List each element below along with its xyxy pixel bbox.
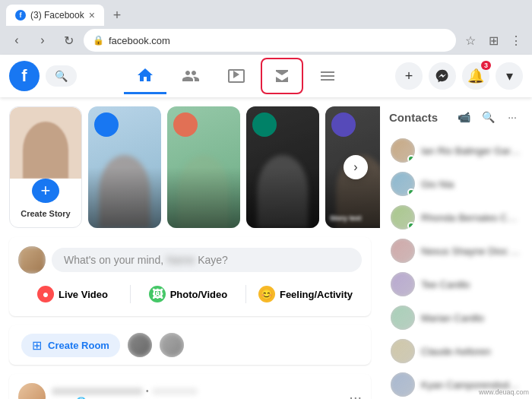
notifications-button[interactable]: 🔔 3: [462, 62, 489, 90]
divider-2: [245, 285, 246, 303]
contact-item-3[interactable]: Rhonda Bernales Canillo: [386, 201, 526, 234]
contacts-more-icon[interactable]: ···: [502, 106, 523, 128]
create-room-icon: ⊞: [32, 338, 42, 353]
post-actions: ● Live Video 🖼 Photo/Video 😊 Feeling/Act…: [18, 281, 362, 307]
nav-friends[interactable]: [169, 58, 212, 94]
contact-name-7: Claude Aelloren: [421, 346, 491, 357]
create-room-button[interactable]: ⊞ Create Room: [21, 334, 120, 357]
feeling-button[interactable]: 😊 Feeling/Activity: [249, 281, 362, 307]
create-story-label: Create Story: [21, 209, 70, 218]
address-bar[interactable]: 🔒 facebook.com: [84, 29, 456, 52]
contact-name-5: Tee Canillo: [421, 279, 470, 290]
contact-item-7[interactable]: Claude Aelloren: [386, 334, 526, 368]
back-button[interactable]: ‹: [6, 30, 27, 51]
contact-avatar-1: [391, 138, 415, 163]
contact-name-2: Gio Nia: [421, 179, 454, 190]
story-overlay-3: [246, 167, 319, 228]
user-avatar: [18, 246, 46, 274]
main-feed: + Create Story: [0, 97, 380, 399]
messenger-button[interactable]: [429, 62, 456, 90]
divider-1: [130, 285, 131, 303]
browser-controls: ‹ › ↻ 🔒 facebook.com ☆ ⊞ ⋮: [0, 26, 532, 55]
forward-button[interactable]: ›: [32, 30, 53, 51]
live-video-label: Live Video: [59, 289, 108, 300]
search-bar[interactable]: 🔍: [46, 65, 77, 87]
new-tab-button[interactable]: +: [107, 5, 127, 25]
contact-avatar-5: [391, 272, 415, 296]
lock-icon: 🔒: [93, 35, 104, 46]
post-meta: • 19m · 🌐: [52, 387, 343, 399]
main-nav: [77, 58, 395, 94]
story-card-3[interactable]: [246, 106, 319, 228]
room-friend-avatar-2: [160, 333, 184, 357]
contact-name-3: Rhonda Bernales Canillo: [421, 212, 521, 223]
contact-name-4: Nexus Shayne Dioc Abeto: [421, 245, 521, 257]
contacts-sidebar: Contacts 📹 🔍 ··· Ian Rio Balinger Garapo…: [380, 97, 532, 399]
post-author-avatar: [18, 383, 46, 399]
story-avatar-2: [173, 112, 198, 137]
contact-avatar-2: [391, 172, 415, 196]
contacts-actions: 📹 🔍 ···: [453, 106, 523, 128]
nav-watch[interactable]: [215, 58, 258, 94]
contact-name-1: Ian Rio Balinger Garapon: [421, 145, 521, 157]
contact-avatar-7: [391, 339, 415, 363]
story-overlay-2: [167, 167, 240, 228]
contact-avatar-4: [391, 239, 415, 263]
url-text: facebook.com: [109, 35, 170, 46]
contact-name-6: Marian Canillo: [421, 312, 484, 324]
reload-button[interactable]: ↻: [58, 30, 79, 51]
facebook-app: f 🔍 + 🔔: [0, 55, 532, 399]
extensions-icon[interactable]: ⊞: [483, 30, 503, 50]
create-story-card[interactable]: + Create Story: [9, 106, 82, 228]
room-friend-avatar-1: [128, 333, 152, 357]
nav-marketplace[interactable]: [261, 58, 303, 94]
story-card-1[interactable]: [88, 106, 161, 228]
contact-item-5[interactable]: Tee Canillo: [386, 268, 526, 301]
header-right: + 🔔 3 ▾: [395, 62, 523, 90]
live-video-button[interactable]: ● Live Video: [18, 281, 127, 307]
live-video-icon: ●: [37, 286, 54, 302]
active-tab[interactable]: f (3) Facebook ×: [6, 5, 104, 26]
tab-close-btn[interactable]: ×: [89, 9, 95, 21]
contact-avatar-6: [391, 306, 415, 330]
tab-title: (3) Facebook: [30, 10, 84, 21]
post-placeholder: What's on your mind, Name Kaye?: [64, 254, 228, 266]
tab-favicon: f: [15, 10, 26, 21]
contact-item-1[interactable]: Ian Rio Balinger Garapon: [386, 134, 526, 167]
story-overlay-1: [88, 167, 161, 228]
contacts-title: Contacts: [389, 111, 438, 124]
contact-item-6[interactable]: Marian Canillo: [386, 301, 526, 334]
plus-button[interactable]: +: [395, 62, 423, 90]
stories-next-button[interactable]: ›: [344, 155, 368, 179]
nav-home[interactable]: [124, 58, 166, 94]
bookmark-icon[interactable]: ☆: [461, 30, 480, 50]
contact-item-2[interactable]: Gio Nia: [386, 167, 526, 201]
story-avatar-1: [94, 112, 119, 137]
notification-badge: 3: [481, 61, 491, 70]
watermark: www.deuaq.com: [479, 388, 529, 396]
new-room-icon[interactable]: 📹: [453, 106, 474, 128]
post-card-1: • 19m · 🌐 ··· W F L ?????!!!!!: [9, 374, 371, 399]
nav-menu[interactable]: [306, 58, 349, 94]
post-input-field[interactable]: What's on your mind, Name Kaye?: [52, 248, 362, 272]
contact-avatar-3: [391, 205, 415, 230]
browser-menu-icon[interactable]: ⋮: [506, 30, 526, 50]
contact-item-4[interactable]: Nexus Shayne Dioc Abeto: [386, 234, 526, 268]
photo-video-icon: 🖼: [149, 286, 166, 302]
search-icon: 🔍: [55, 70, 68, 82]
fb-logo: f: [9, 61, 40, 91]
story-add-icon: +: [32, 179, 59, 203]
feeling-icon: 😊: [258, 286, 275, 302]
photo-video-button[interactable]: 🖼 Photo/Video: [134, 281, 242, 307]
create-room-label: Create Room: [48, 340, 109, 351]
create-room-bar: ⊞ Create Room: [9, 325, 371, 365]
story-card-2[interactable]: [167, 106, 240, 228]
contact-avatar-8: [391, 372, 415, 397]
browser-actions: ☆ ⊞ ⋮: [461, 30, 526, 50]
search-contacts-icon[interactable]: 🔍: [477, 106, 499, 128]
main-content: + Create Story: [0, 97, 532, 399]
contacts-list: Ian Rio Balinger Garapon Gio Nia Rhonda …: [386, 134, 526, 399]
post-more-button[interactable]: ···: [349, 388, 362, 400]
account-menu-button[interactable]: ▾: [496, 62, 523, 90]
create-post-box: What's on your mind, Name Kaye? ● Live V…: [9, 237, 371, 316]
